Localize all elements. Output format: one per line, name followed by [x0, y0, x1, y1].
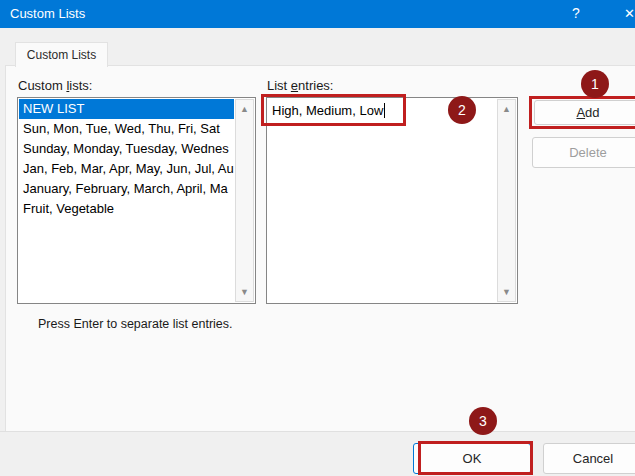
list-item[interactable]: NEW LIST	[19, 99, 234, 119]
scroll-down-icon[interactable]: ▼	[498, 284, 515, 300]
list-item[interactable]: Fruit, Vegetable	[19, 199, 234, 219]
footer	[0, 431, 635, 476]
cancel-button[interactable]: Cancel	[543, 443, 635, 474]
tab-custom-lists[interactable]: Custom Lists	[15, 42, 108, 67]
list-entries-label: List entries:	[267, 78, 333, 93]
help-icon[interactable]: ?	[566, 0, 586, 27]
list-entries-text: High, Medium, Low	[272, 103, 383, 118]
ok-button[interactable]: OK	[413, 443, 531, 474]
dialog-title: Custom Lists	[10, 0, 85, 28]
list-item[interactable]: Sun, Mon, Tue, Wed, Thu, Fri, Sat	[19, 119, 234, 139]
custom-lists-scrollbar[interactable]: ▲ ▼	[235, 99, 254, 302]
button-text: dd	[585, 105, 599, 120]
custom-lists-dialog: Custom Lists ? ✕ Custom Lists Custom lis…	[0, 0, 635, 476]
list-item[interactable]: Sunday, Monday, Tuesday, Wednes	[19, 139, 234, 159]
list-entries-value: High, Medium, Low	[272, 103, 385, 118]
list-entries-input[interactable]: High, Medium, Low ▲ ▼	[266, 97, 518, 304]
label-text: List	[267, 78, 291, 93]
list-item[interactable]: January, February, March, April, Ma	[19, 179, 234, 199]
titlebar: Custom Lists ? ✕	[0, 0, 635, 28]
label-accel: e	[291, 78, 298, 93]
close-icon[interactable]: ✕	[624, 0, 635, 27]
add-button[interactable]: Add	[534, 100, 635, 125]
label-text: ists:	[69, 78, 92, 93]
custom-lists-rows: NEW LISTSun, Mon, Tue, Wed, Thu, Fri, Sa…	[19, 99, 234, 302]
custom-lists-label: Custom lists:	[18, 78, 92, 93]
label-text: Custom	[18, 78, 66, 93]
label-text: ntries:	[298, 78, 333, 93]
hint-text: Press Enter to separate list entries.	[38, 317, 233, 331]
list-item[interactable]: Jan, Feb, Mar, Apr, May, Jun, Jul, Au	[19, 159, 234, 179]
delete-button[interactable]: Delete	[532, 137, 635, 168]
scroll-up-icon[interactable]: ▲	[236, 101, 253, 117]
list-entries-scrollbar[interactable]: ▲ ▼	[497, 99, 516, 302]
scroll-down-icon[interactable]: ▼	[236, 284, 253, 300]
scroll-up-icon[interactable]: ▲	[498, 101, 515, 117]
text-caret	[384, 103, 385, 118]
custom-lists-box[interactable]: NEW LISTSun, Mon, Tue, Wed, Thu, Fri, Sa…	[17, 97, 256, 304]
button-accel: A	[576, 105, 585, 120]
